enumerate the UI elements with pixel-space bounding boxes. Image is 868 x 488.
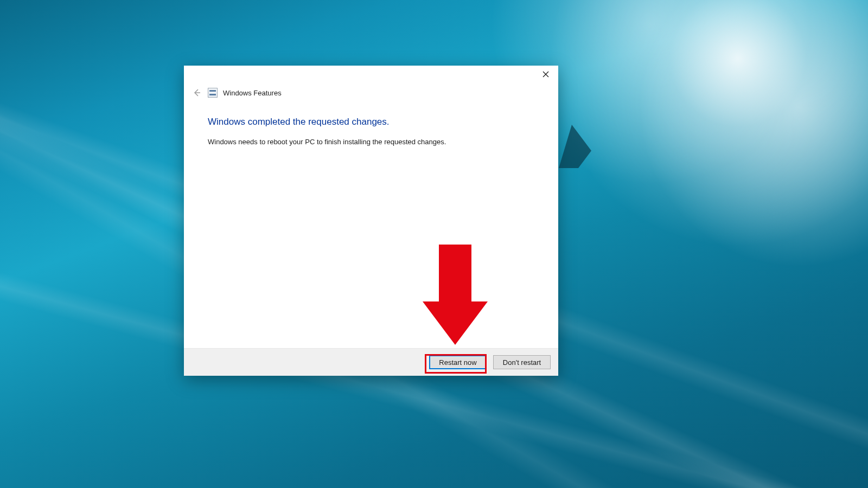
close-button[interactable] <box>533 66 558 83</box>
dialog-header: Windows Features <box>184 85 558 104</box>
dialog-title: Windows Features <box>223 89 282 97</box>
dialog-footer: Restart now Don't restart <box>184 348 558 376</box>
dialog-heading: Windows completed the requested changes. <box>208 117 534 127</box>
desktop-background: Windows Features Windows completed the r… <box>0 0 868 488</box>
dialog-body-text: Windows needs to reboot your PC to finis… <box>208 137 534 147</box>
windows-features-icon <box>208 88 218 98</box>
dialog-content: Windows completed the requested changes.… <box>184 104 558 348</box>
close-icon <box>542 71 549 78</box>
back-arrow-icon <box>192 88 202 97</box>
restart-now-button[interactable]: Restart now <box>429 355 487 369</box>
dont-restart-button[interactable]: Don't restart <box>493 355 551 369</box>
dialog-titlebar <box>184 66 558 85</box>
windows-features-dialog: Windows Features Windows completed the r… <box>184 66 558 376</box>
